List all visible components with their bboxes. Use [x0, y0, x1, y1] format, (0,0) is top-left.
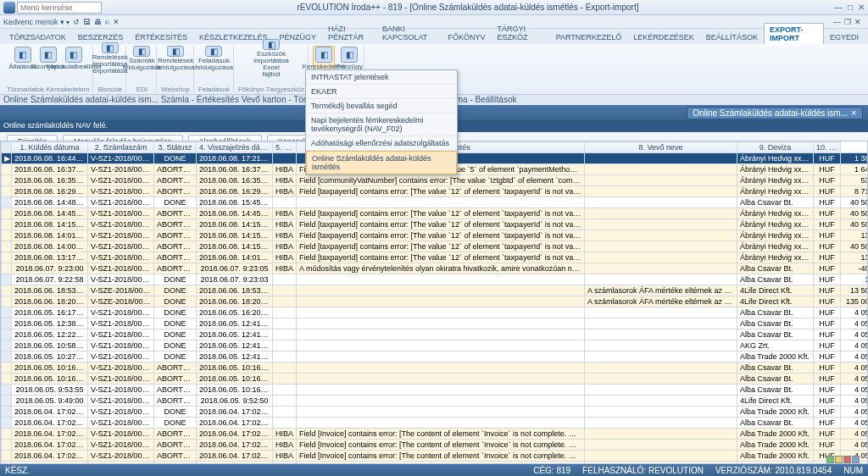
table-cell: [585, 263, 737, 274]
table-cell: [2, 208, 12, 219]
ribbon-button-label: Feladások feldolgozása: [195, 58, 233, 71]
table-cell: -405 0: [841, 263, 869, 274]
table-row[interactable]: 2018.06.08. 14:48:05V-SZ1-2018/00198DONE…: [2, 197, 869, 208]
ribbon-button[interactable]: ◧Eszközök importálása Excel fájlból: [260, 46, 282, 71]
table-row[interactable]: 2018.06.07. 9:23:00V-SZ1-2018/00189ABORT…: [2, 263, 869, 274]
table-row[interactable]: 2018.06.05. 10:16:00V-SZ1-2018/00175ABOR…: [2, 374, 869, 385]
menu-search-input[interactable]: [17, 2, 102, 14]
data-grid[interactable]: 1. Küldés dátuma2. Számlaszám3. Státusz4…: [0, 141, 868, 464]
table-row[interactable]: 2018.06.05. 12:22:00V-SZ1-2018/00179DONE…: [2, 329, 869, 340]
table-row[interactable]: 2018.06.05. 10:58:00V-SZ1-2018/00177DONE…: [2, 340, 869, 351]
ribbon-tab[interactable]: EGYEDI: [824, 30, 865, 44]
column-header[interactable]: 1. Küldés dátuma: [12, 142, 88, 153]
restore-icon[interactable]: □: [848, 3, 853, 12]
table-cell: HUF: [814, 164, 841, 175]
dropdown-item[interactable]: Termékdíj bevallás segéd: [306, 99, 457, 113]
table-cell: V-SZ1-2018/00194: [88, 230, 154, 241]
tab-close-icon[interactable]: ✕: [851, 109, 857, 117]
ribbon-tab[interactable]: BESZERZÉS: [72, 30, 130, 44]
ribbon-tab[interactable]: ÉRTÉKESÍTÉS: [129, 30, 193, 44]
minimize-icon[interactable]: —: [834, 3, 843, 12]
ribbon-icon: ◧: [102, 42, 119, 53]
table-cell: DONE: [154, 340, 197, 351]
table-row[interactable]: 2018.06.05. 16:17:00V-SZ1-2018/00182DONE…: [2, 307, 869, 318]
table-row[interactable]: 2018.06.08. 14:01:02V-SZ1-2018/00194ABOR…: [2, 230, 869, 241]
ribbon-button[interactable]: ◧Feladások feldolgozása: [203, 46, 225, 71]
column-header[interactable]: 2. Számlaszám: [88, 142, 154, 153]
ribbon-tab[interactable]: TÖRZSADATOK: [3, 30, 72, 44]
dropdown-item[interactable]: Online Számlaküldés adatai-küldés ismétl…: [306, 151, 457, 174]
ribbon-button[interactable]: ◧Rendelések importálása exportálása: [99, 46, 121, 71]
table-cell: [273, 307, 297, 318]
table-cell: DONE: [154, 197, 197, 208]
table-row[interactable]: 2018.06.05. 10:27:00V-SZ1-2018/00176DONE…: [2, 351, 869, 363]
table-row[interactable]: 2018.06.04. 17:02:57V-SZ1-2018/00169DONE…: [2, 407, 869, 418]
column-header[interactable]: 8. Vevő neve: [585, 142, 737, 153]
table-cell: [273, 296, 297, 307]
dropdown-item[interactable]: INTRASTAT jelentések: [306, 70, 457, 85]
table-row[interactable]: 2018.06.08. 16:29:00V-SZ1-2018/00199ABOR…: [2, 186, 869, 197]
indicator-yellow-icon: [835, 456, 843, 463]
dropdown-item[interactable]: Napi bejelentés fémkereskedelmi tevékeny…: [306, 113, 457, 136]
qa-icon[interactable]: ↺: [73, 18, 80, 26]
table-row[interactable]: 2018.06.06. 18:53:00V-SZE-2018/00003DONE…: [2, 285, 869, 296]
mdi-min-icon[interactable]: —: [833, 18, 841, 26]
ribbon-tab[interactable]: LEKÉRDEZÉSEK: [627, 30, 700, 44]
ribbon-tab[interactable]: BEÁLLÍTÁSOK: [700, 30, 764, 44]
mdi-restore-icon[interactable]: ❐: [844, 18, 851, 26]
table-row[interactable]: 2018.06.05. 9:53:55V-SZ1-2018/00175ABORT…: [2, 385, 869, 396]
ribbon-button[interactable]: ◧Számlák feldolgozása: [131, 46, 153, 71]
column-header[interactable]: 5. Hiba: [273, 142, 297, 153]
ribbon-button[interactable]: ◧Pénzügy: [338, 46, 360, 71]
kereskedelem-dropdown: INTRASTAT jelentésekEKAERTermékdíj beval…: [305, 69, 458, 175]
table-cell: [585, 374, 737, 385]
table-row[interactable]: 2018.06.04. 17:02:36V-SZ1-2018/00167ABOR…: [2, 429, 869, 440]
column-header[interactable]: 4. Visszajelzés dátuma: [197, 142, 273, 153]
dropdown-item[interactable]: Adóhatósági ellenőrzési adatszolgáltatás: [306, 136, 457, 151]
table-cell: Field [taxpayerId] contains error: [The …: [297, 219, 585, 230]
table-cell: 2018.06.05. 12:41:22: [197, 351, 273, 363]
qa-icon[interactable]: 🖶: [94, 18, 102, 26]
ribbon-tab[interactable]: HÁZI PÉNZTÁR: [322, 22, 376, 44]
qa-icon[interactable]: ✕: [113, 18, 120, 26]
column-header[interactable]: [2, 142, 12, 153]
mdi-close-icon[interactable]: ✕: [854, 18, 861, 26]
table-row[interactable]: 2018.06.05. 9:49:00V-SZ1-2018/00173ABORT…: [2, 396, 869, 407]
table-cell: HIBA: [273, 440, 297, 451]
table-cell: HUF: [814, 363, 841, 374]
app-icon[interactable]: [3, 2, 15, 14]
table-row[interactable]: 2018.06.07. 9:22:58V-SZ1-2018/00186DONE2…: [2, 274, 869, 285]
ribbon-tab[interactable]: PÉNZÜGY: [274, 30, 323, 44]
document-tab[interactable]: Online Számlaküldés adatai-küldés ism...…: [687, 107, 863, 119]
table-row[interactable]: 2018.06.04. 17:02:36V-SZ1-2018/00168ABOR…: [2, 440, 869, 451]
table-row[interactable]: 2018.06.08. 13:17:03V-SZ1-2018/00193ABOR…: [2, 252, 869, 263]
qa-icon[interactable]: 🖫: [83, 18, 91, 26]
table-row[interactable]: 2018.06.08. 16:35:03V-SZ1-2018/00200ABOR…: [2, 175, 869, 186]
ribbon-button[interactable]: ◧Kapcsolatbeállítás: [63, 46, 85, 71]
table-row[interactable]: 2018.06.08. 14:15:02V-SZ1-2018/00197ABOR…: [2, 219, 869, 230]
table-row[interactable]: 2018.06.06. 18:20:00V-SZE-2018/00002DONE…: [2, 296, 869, 307]
table-row[interactable]: 2018.06.05. 10:16:00V-SZ1-2018/00175ABOR…: [2, 363, 869, 374]
qa-icon[interactable]: ⎌: [105, 18, 109, 26]
table-row[interactable]: 2018.06.08. 14:00:59V-SZ1-2018/00195ABOR…: [2, 241, 869, 252]
table-row[interactable]: 2018.06.08. 14:45:01V-SZ1-2018/00196ABOR…: [2, 208, 869, 219]
column-header[interactable]: 3. Státusz: [154, 142, 197, 153]
column-header[interactable]: 10. ÁFA összeg: [814, 142, 841, 153]
ribbon-tab[interactable]: EXPORT-IMPORT: [764, 23, 824, 44]
table-row[interactable]: 2018.06.04. 17:02:36V-SZ1-2018/00164ABOR…: [2, 451, 869, 462]
ribbon-tab[interactable]: PARTNERKEZELŐ: [550, 30, 628, 44]
ribbon-button[interactable]: ◧Rendelések feldolgozása: [164, 46, 186, 71]
ribbon-tab[interactable]: KÉSZLETKEZELÉS: [193, 30, 274, 44]
table-row[interactable]: 2018.06.04. 17:02:41V-SZ1-2018/00171DONE…: [2, 418, 869, 429]
dropdown-item[interactable]: EKAER: [306, 85, 457, 99]
ribbon-group: ◧Rendelések importálása exportálásaBisno…: [94, 46, 126, 93]
close-icon[interactable]: ✕: [858, 3, 865, 12]
favorites-menu[interactable]: Kedvenc menük ▾: [3, 18, 70, 26]
ribbon-tab[interactable]: BANKI KAPCSOLAT: [376, 22, 442, 44]
table-row[interactable]: 2018.06.05. 12:38:00V-SZ1-2018/00181DONE…: [2, 318, 869, 329]
column-header[interactable]: 9. Deviza: [737, 142, 814, 153]
ribbon-tab[interactable]: FŐKÖNYV: [442, 30, 491, 44]
ribbon-button[interactable]: ◧Kereskedelem: [313, 46, 335, 71]
table-cell: 2018.06.05. 9:49:00: [12, 396, 88, 407]
ribbon-tab[interactable]: TÁRGYI ESZKÖZ: [491, 22, 549, 44]
